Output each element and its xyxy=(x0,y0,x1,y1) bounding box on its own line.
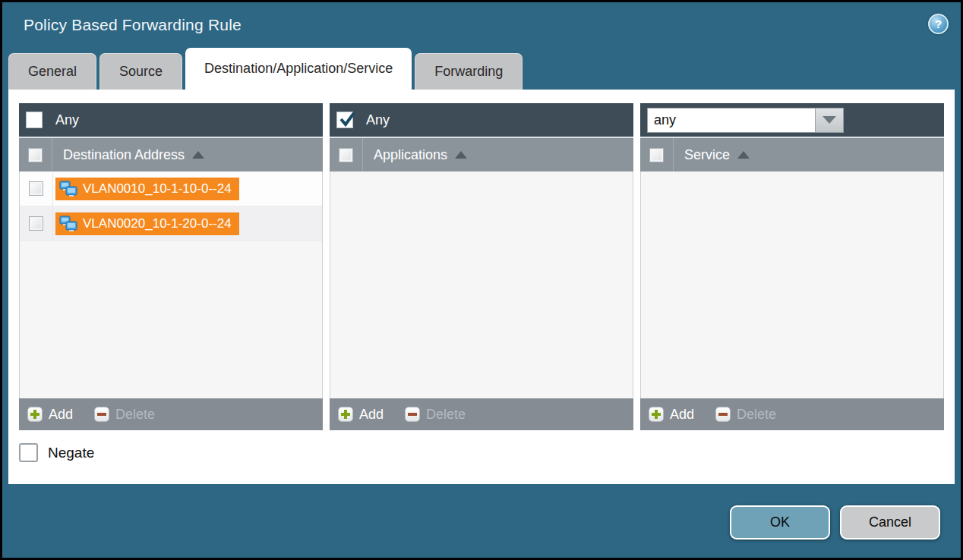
add-label: Add xyxy=(670,407,694,423)
row-checkbox-cell xyxy=(20,206,53,241)
dialog-title: Policy Based Forwarding Rule xyxy=(24,16,242,34)
destination-row-2[interactable]: VLAN0020_10-1-20-0--24 xyxy=(20,206,322,241)
help-icon[interactable]: ? xyxy=(928,14,949,34)
add-label: Add xyxy=(359,407,384,423)
tab-general[interactable]: General xyxy=(8,53,96,90)
button-row: OK Cancel xyxy=(730,505,940,540)
delete-minus-icon xyxy=(405,407,420,422)
tab-general-label: General xyxy=(28,64,77,80)
delete-label: Delete xyxy=(115,407,155,423)
add-plus-icon xyxy=(27,407,43,422)
cancel-button[interactable]: Cancel xyxy=(840,505,940,540)
tab-source[interactable]: Source xyxy=(99,53,182,90)
destination-address-column: Any Destination Address xyxy=(19,103,323,430)
applications-header-label[interactable]: Applications xyxy=(363,147,467,163)
chevron-down-icon xyxy=(822,116,836,124)
destination-header-label[interactable]: Destination Address xyxy=(52,147,204,163)
destination-row-1-label: VLAN0010_10-1-10-0--24 xyxy=(83,181,232,197)
applications-any-bar: Any xyxy=(330,103,633,138)
network-address-icon xyxy=(58,216,78,232)
applications-header-checkbox-cell xyxy=(330,138,363,171)
tab-destination-label: Destination/Application/Service xyxy=(204,61,393,77)
service-list xyxy=(640,171,944,398)
applications-toolbar: Add Delete xyxy=(330,398,633,430)
destination-column-header: Destination Address xyxy=(19,138,323,171)
row-checkbox-cell xyxy=(20,171,53,206)
applications-column-header: Applications xyxy=(330,138,633,171)
service-delete-button[interactable]: Delete xyxy=(715,407,776,423)
applications-any-checkbox[interactable] xyxy=(336,112,353,128)
applications-column: Any Applications xyxy=(330,103,633,430)
title-bar: Policy Based Forwarding Rule ? xyxy=(2,2,961,48)
applications-any-label: Any xyxy=(366,112,390,128)
screen: Policy Based Forwarding Rule ? General S… xyxy=(0,0,963,560)
sort-ascending-icon xyxy=(192,151,204,159)
negate-label: Negate xyxy=(48,445,94,461)
checkmark-icon xyxy=(338,110,356,128)
add-plus-icon xyxy=(338,407,353,422)
destination-row-2-label: VLAN0020_10-1-20-0--24 xyxy=(83,216,232,231)
tab-bar: General Source Destination/Application/S… xyxy=(2,48,961,90)
tab-content: Any Destination Address xyxy=(8,90,955,484)
help-glyph: ? xyxy=(935,17,942,30)
destination-header-checkbox-cell xyxy=(19,138,52,171)
service-column-header: Service xyxy=(640,138,944,171)
destination-any-checkbox[interactable] xyxy=(26,112,43,128)
destination-header-text: Destination Address xyxy=(63,147,185,163)
delete-label: Delete xyxy=(737,407,776,423)
add-plus-icon xyxy=(649,407,664,422)
service-dropdown xyxy=(647,108,844,133)
destination-row-1-checkbox[interactable] xyxy=(29,181,43,196)
destination-any-label: Any xyxy=(55,112,79,128)
destination-list: VLAN0010_10-1-10-0--24 xyxy=(19,171,323,398)
delete-label: Delete xyxy=(426,407,466,423)
destination-row-1[interactable]: VLAN0010_10-1-10-0--24 xyxy=(20,171,322,206)
service-add-button[interactable]: Add xyxy=(649,407,694,423)
network-address-icon xyxy=(58,181,78,197)
delete-minus-icon xyxy=(94,407,109,422)
applications-header-text: Applications xyxy=(374,147,447,163)
destination-any-bar: Any xyxy=(19,103,323,138)
service-dropdown-input[interactable] xyxy=(647,108,816,133)
service-dropdown-button[interactable] xyxy=(816,108,844,133)
applications-delete-button[interactable]: Delete xyxy=(405,407,466,423)
destination-delete-button[interactable]: Delete xyxy=(94,407,155,423)
destination-select-all-checkbox[interactable] xyxy=(28,148,43,162)
tab-forwarding[interactable]: Forwarding xyxy=(415,53,523,90)
address-object-chip[interactable]: VLAN0020_10-1-20-0--24 xyxy=(55,212,239,235)
tab-source-label: Source xyxy=(119,64,163,80)
ok-button[interactable]: OK xyxy=(730,505,830,540)
applications-select-all-checkbox[interactable] xyxy=(339,148,353,162)
service-header-text: Service xyxy=(684,147,730,163)
address-object-chip[interactable]: VLAN0010_10-1-10-0--24 xyxy=(55,178,239,200)
dialog-footer: OK Cancel xyxy=(2,484,961,558)
service-column: Service Add xyxy=(640,103,944,430)
delete-minus-icon xyxy=(715,407,731,422)
policy-based-forwarding-dialog: Policy Based Forwarding Rule ? General S… xyxy=(2,2,961,558)
destination-row-2-checkbox[interactable] xyxy=(29,216,43,231)
destination-toolbar: Add Delete xyxy=(19,398,323,430)
sort-ascending-icon xyxy=(737,151,750,159)
applications-list xyxy=(330,171,633,398)
columns-container: Any Destination Address xyxy=(19,103,944,430)
service-dropdown-bar xyxy=(640,103,944,138)
service-header-label[interactable]: Service xyxy=(674,147,750,163)
applications-add-button[interactable]: Add xyxy=(338,407,384,423)
service-header-checkbox-cell xyxy=(640,138,674,171)
tab-destination-application-service[interactable]: Destination/Application/Service xyxy=(185,48,412,90)
sort-ascending-icon xyxy=(455,151,467,159)
service-toolbar: Add Delete xyxy=(640,398,944,430)
add-label: Add xyxy=(49,407,73,423)
service-select-all-checkbox[interactable] xyxy=(649,148,664,162)
negate-checkbox[interactable] xyxy=(19,443,38,462)
negate-row: Negate xyxy=(19,443,944,462)
destination-add-button[interactable]: Add xyxy=(27,407,73,423)
tab-forwarding-label: Forwarding xyxy=(434,64,503,80)
